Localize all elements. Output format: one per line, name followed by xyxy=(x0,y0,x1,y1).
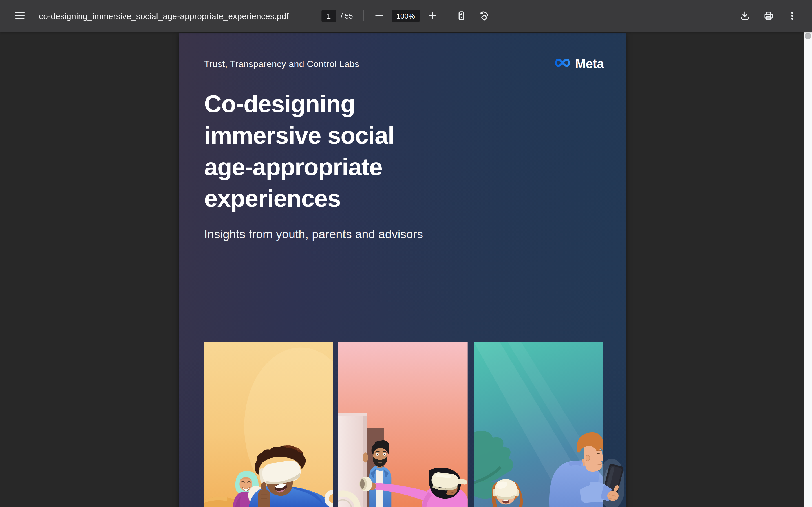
menu-button[interactable] xyxy=(12,8,27,23)
pdf-viewer-window: co-designing_immersive_social_age-approp… xyxy=(0,0,812,507)
fit-to-page-button[interactable] xyxy=(454,8,469,23)
meta-infinity-icon xyxy=(554,57,571,70)
document-filename: co-designing_immersive_social_age-approp… xyxy=(39,11,289,20)
kebab-menu-icon xyxy=(786,10,798,21)
hamburger-icon xyxy=(14,10,26,21)
illustration-parent-door-girl-vr xyxy=(339,342,468,507)
toolbar-left-group: co-designing_immersive_social_age-approp… xyxy=(12,0,289,32)
zoom-level-display[interactable]: 100% xyxy=(392,10,419,22)
minus-icon xyxy=(373,10,385,21)
more-options-button[interactable] xyxy=(785,8,800,23)
download-icon xyxy=(739,10,751,21)
report-title: Co-designing immersive social age-approp… xyxy=(204,88,394,214)
report-title-line: immersive social xyxy=(204,119,394,151)
scrollbar-thumb[interactable] xyxy=(805,33,811,40)
meta-wordmark: Meta xyxy=(575,56,604,71)
pdf-viewer-area: Trust, Transparency and Control Labs Met… xyxy=(0,32,812,507)
toolbar-center-group: / 55 100% xyxy=(321,0,490,32)
page-number-input[interactable] xyxy=(321,10,336,22)
phone-in-hand-illustration xyxy=(591,453,624,507)
download-button[interactable] xyxy=(738,8,752,23)
rotate-button[interactable] xyxy=(476,8,491,23)
pdf-toolbar: co-designing_immersive_social_age-approp… xyxy=(0,0,812,32)
zoom-out-button[interactable] xyxy=(371,8,386,23)
illustration-kids-vr-living-room xyxy=(204,342,333,507)
report-subtitle: Insights from youth, parents and advisor… xyxy=(204,228,423,241)
toolbar-right-group xyxy=(738,0,800,32)
print-button[interactable] xyxy=(761,8,776,23)
rotate-ccw-icon xyxy=(477,10,489,21)
report-title-line: age-appropriate xyxy=(204,151,394,182)
toolbar-divider xyxy=(363,10,364,21)
meta-logo: Meta xyxy=(554,56,604,71)
plus-icon xyxy=(427,10,438,21)
print-icon xyxy=(763,10,774,21)
scrollbar-track[interactable] xyxy=(804,32,812,507)
toolbar-divider xyxy=(447,10,447,21)
report-title-line: experiences xyxy=(204,182,394,214)
page-count-label: / 55 xyxy=(341,11,353,20)
pdf-page-1: Trust, Transparency and Control Labs Met… xyxy=(179,33,626,507)
lab-name: Trust, Transparency and Control Labs xyxy=(204,59,359,69)
illustration-father-phone-child-vr xyxy=(473,342,603,507)
zoom-in-button[interactable] xyxy=(425,8,440,23)
cover-illustration-panels xyxy=(204,342,603,507)
fit-page-icon xyxy=(456,10,467,21)
report-title-line: Co-designing xyxy=(204,88,394,119)
